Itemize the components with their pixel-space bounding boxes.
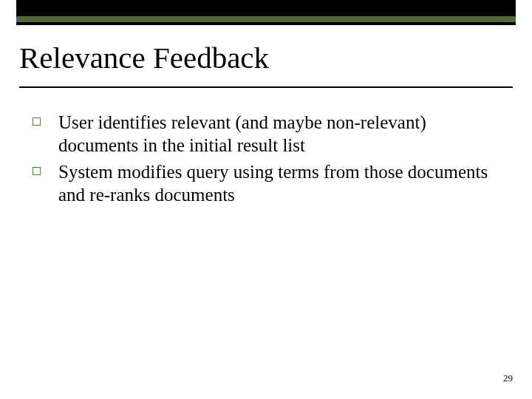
title-area: Relevance Feedback (19, 41, 513, 88)
title-underline (19, 86, 513, 88)
slide-title: Relevance Feedback (19, 41, 513, 85)
page-number: 29 (503, 372, 513, 384)
square-bullet-icon (33, 167, 41, 175)
list-item: User identifies relevant (and maybe non-… (31, 111, 501, 157)
content-area: User identifies relevant (and maybe non-… (31, 111, 501, 209)
decorative-top-band (16, 0, 516, 25)
slide: Relevance Feedback User identifies relev… (0, 0, 532, 399)
bullet-list: User identifies relevant (and maybe non-… (31, 111, 501, 206)
bullet-text: System modifies query using terms from t… (58, 160, 501, 207)
square-bullet-icon (33, 117, 41, 126)
list-item: System modifies query using terms from t… (31, 160, 501, 207)
bullet-text: User identifies relevant (and maybe non-… (58, 111, 501, 157)
